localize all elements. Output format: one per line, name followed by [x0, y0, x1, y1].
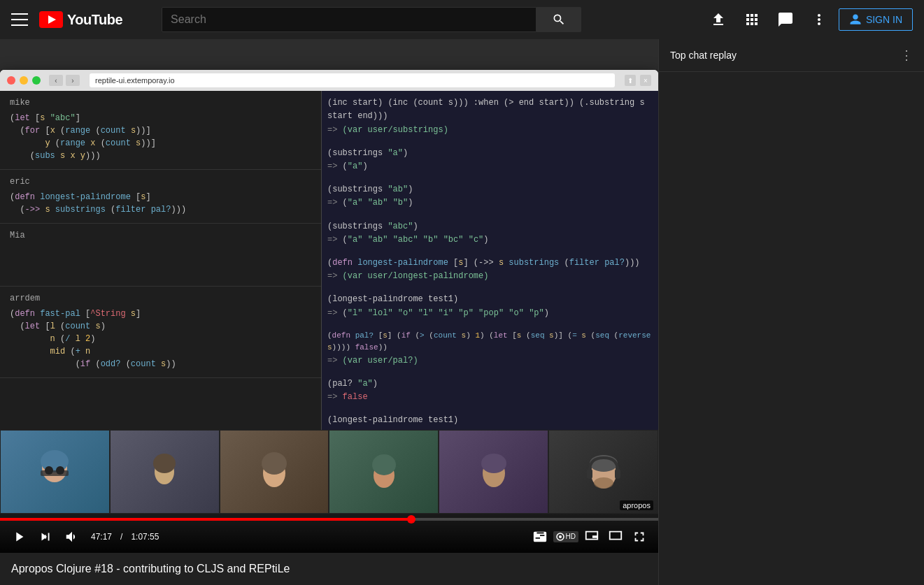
more-options-icon — [811, 11, 827, 28]
right-controls: HD — [529, 526, 650, 547]
participant-thumb-5[interactable] — [439, 430, 548, 514]
svg-point-21 — [559, 535, 562, 538]
play-icon — [11, 529, 27, 544]
browser-action-buttons: ⬆ × — [625, 75, 651, 86]
search-input-wrap[interactable] — [162, 7, 536, 32]
svg-rect-18 — [615, 469, 620, 479]
participant-face-1 — [1, 431, 109, 513]
youtube-logo[interactable]: YouTube — [39, 11, 122, 28]
browser-close-btn[interactable]: × — [640, 75, 651, 86]
output-line: => ("a" "ab" "abc" "b" "bc" "c") — [327, 233, 653, 247]
sign-in-button[interactable]: SIGN IN — [839, 8, 913, 31]
browser-nav-buttons: ‹ › — [49, 75, 80, 86]
output-line: => ("a") — [327, 160, 653, 173]
progress-played — [0, 518, 411, 521]
output-line: => (var user/substrings) — [327, 124, 653, 137]
code-section-mike: mike (let [s "abc"] (for [x (range (coun… — [0, 91, 321, 170]
nav-right-actions: SIGN IN — [704, 6, 913, 34]
code-line: n (/ l 2) — [10, 333, 311, 345]
video-player[interactable]: ‹ › reptile-ui.extemporay.io ⬆ × — [0, 39, 658, 553]
browser-url-text: reptile-ui.extemporay.io — [95, 76, 175, 85]
code-line: (subs s x y))) — [10, 150, 311, 162]
apps-icon — [744, 11, 760, 28]
output-line: => ("l" "lol" "o" "l" "i" "p" "pop" "o" … — [327, 307, 653, 320]
code-line: (->> s substrings (filter pal?))) — [10, 203, 311, 216]
miniplayer-icon — [584, 529, 599, 544]
top-navigation: YouTube — [0, 0, 924, 39]
messages-button[interactable] — [772, 6, 799, 34]
participant-thumb-3[interactable] — [220, 430, 329, 514]
right-sidebar: Top chat replay ⋮ — [658, 39, 924, 585]
window-minimize-dot — [20, 76, 28, 85]
miniplayer-button[interactable] — [581, 526, 602, 547]
search-icon — [552, 13, 566, 27]
participant-avatar-3 — [246, 444, 302, 500]
youtube-icon — [39, 11, 63, 28]
code-line: (let [s "abc"] — [10, 112, 311, 124]
subtitles-button[interactable] — [529, 526, 550, 547]
window-close-dot — [7, 76, 15, 85]
reptile-output-panel: (inc start) (inc (count s))) :when (> en… — [322, 91, 658, 482]
code-author-mia: Mia — [10, 231, 311, 240]
upload-button[interactable] — [704, 6, 732, 34]
participant-face-3 — [220, 431, 329, 513]
search-input[interactable] — [171, 13, 527, 26]
sidebar-more-button[interactable]: ⋮ — [900, 48, 913, 63]
search-bar — [162, 7, 581, 32]
code-section-arrdem: arrdem (defn fast-pal [^String s] (let [… — [0, 287, 321, 378]
person-icon — [849, 13, 862, 26]
svg-point-19 — [594, 477, 613, 489]
code-line: (let [l (count s) — [10, 320, 311, 333]
participant-thumb-1[interactable] — [0, 430, 110, 514]
messages-icon — [777, 11, 794, 28]
output-line: (substrings "a") — [327, 147, 653, 160]
apps-button[interactable] — [738, 6, 766, 34]
code-author-mike: mike — [10, 98, 311, 108]
hd-badge[interactable]: HD — [553, 531, 578, 542]
theater-button[interactable] — [605, 526, 626, 547]
participant-thumb-2[interactable] — [110, 430, 220, 514]
participant-thumb-apropos[interactable]: apropos — [548, 430, 658, 514]
participant-avatar-apropos — [576, 444, 632, 500]
theater-icon — [608, 529, 623, 544]
participant-face-5 — [439, 431, 548, 513]
mute-button[interactable] — [62, 526, 83, 547]
next-button[interactable] — [35, 526, 56, 547]
reptile-left-panel: mike (let [s "abc"] (for [x (range (coun… — [0, 91, 322, 482]
browser-window: ‹ › reptile-ui.extemporay.io ⬆ × — [0, 70, 658, 482]
output-line: (substrings "ab") — [327, 183, 653, 196]
svg-point-14 — [481, 454, 506, 473]
browser-share-btn[interactable]: ⬆ — [625, 75, 636, 86]
video-content: ‹ › reptile-ui.extemporay.io ⬆ × — [0, 39, 658, 514]
settings-icon — [556, 533, 564, 541]
code-author-eric: eric — [10, 177, 311, 187]
more-options-button[interactable] — [805, 6, 833, 34]
output-line: => ("a" "ab" "b") — [327, 196, 653, 210]
play-button[interactable] — [8, 526, 29, 547]
hd-label: HD — [566, 533, 576, 540]
browser-forward-btn[interactable]: › — [66, 75, 80, 86]
fullscreen-button[interactable] — [629, 526, 650, 547]
svg-point-3 — [41, 450, 69, 472]
sidebar-title: Top chat replay — [670, 50, 737, 61]
browser-back-btn[interactable]: ‹ — [49, 75, 63, 86]
sidebar-header: Top chat replay ⋮ — [659, 39, 924, 72]
main-content: ‹ › reptile-ui.extemporay.io ⬆ × — [0, 39, 924, 585]
output-line: (substrings "abc") — [327, 220, 653, 233]
code-section-eric: eric (defn longest-palindrome [s] (->> s… — [0, 170, 321, 224]
output-line: (longest-palindrome test1) — [327, 293, 653, 306]
output-line: (inc start) (inc (count s))) :when (> en… — [327, 96, 653, 123]
svg-point-5 — [45, 466, 53, 475]
output-line: (defn longest-palindrome [s] (->> s subs… — [327, 257, 653, 270]
subtitles-icon — [532, 529, 548, 544]
logo-text: YouTube — [67, 12, 122, 28]
participant-thumb-4[interactable] — [329, 430, 439, 514]
time-total: 1:07:55 — [131, 532, 159, 542]
progress-bar[interactable] — [0, 518, 658, 521]
code-author-arrdem: arrdem — [10, 294, 311, 303]
output-line: (pal? "a") — [327, 377, 653, 391]
search-button[interactable] — [536, 7, 581, 32]
fullscreen-icon — [632, 529, 647, 544]
menu-icon[interactable] — [11, 11, 28, 28]
code-line: (if (odd? (count s)) — [10, 358, 311, 370]
